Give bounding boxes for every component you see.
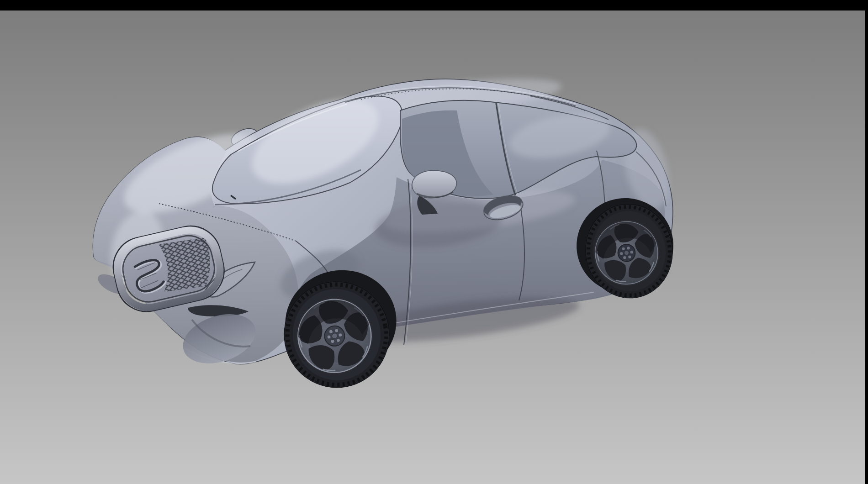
letterbox-top-bar — [0, 0, 868, 11]
viewport-3d-canvas[interactable] — [0, 0, 868, 484]
letterbox-right-bar — [865, 0, 868, 484]
render-window — [0, 0, 868, 484]
